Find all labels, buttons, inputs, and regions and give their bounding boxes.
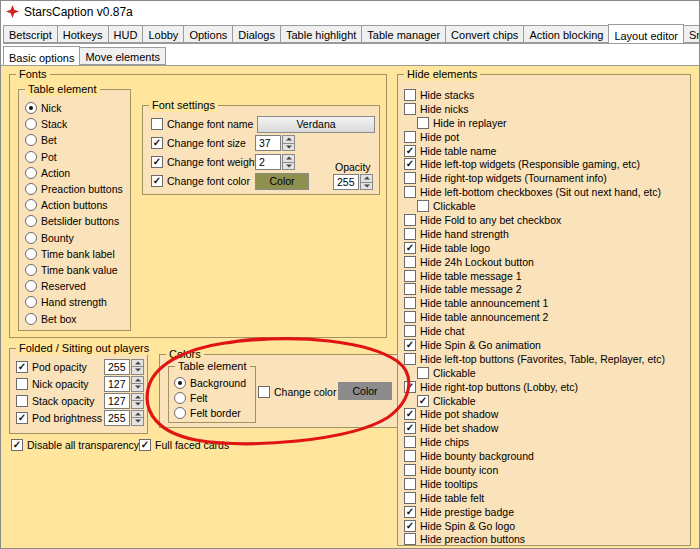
radio-circle[interactable] xyxy=(25,232,37,244)
checkbox-pod-brightness[interactable]: ✓Pod brightness xyxy=(16,412,102,424)
change-font-name-checkbox[interactable]: Change font name xyxy=(151,118,253,130)
checkbox-clickable[interactable]: Clickable xyxy=(417,199,688,213)
radio-circle[interactable] xyxy=(25,167,37,179)
checkbox-box[interactable] xyxy=(404,186,416,198)
checkbox-box[interactable]: ✓ xyxy=(404,520,416,532)
tab-hud[interactable]: HUD xyxy=(108,25,144,43)
radio-circle[interactable] xyxy=(25,280,37,292)
checkbox-hide-bounty-background[interactable]: Hide bounty background xyxy=(404,449,688,463)
spinner-down-button[interactable] xyxy=(360,183,373,191)
checkbox-box[interactable] xyxy=(404,478,416,490)
radio-bounty[interactable]: Bounty xyxy=(25,230,130,246)
checkbox-box[interactable]: ✓ xyxy=(16,361,28,373)
radio-circle[interactable] xyxy=(25,296,37,308)
checkbox-box[interactable] xyxy=(404,492,416,504)
checkbox-hide-tooltips[interactable]: Hide tooltips xyxy=(404,477,688,491)
radio-circle[interactable] xyxy=(25,248,37,260)
checkbox-hide-table-announcement-2[interactable]: Hide table announcement 2 xyxy=(404,310,688,324)
checkbox-box[interactable] xyxy=(404,256,416,268)
font-name-button[interactable]: Verdana xyxy=(257,116,375,133)
checkbox-box[interactable] xyxy=(404,214,416,226)
radio-circle[interactable] xyxy=(25,102,37,114)
checkbox-clickable[interactable]: ✓Clickable xyxy=(417,394,688,408)
tab-betscript[interactable]: Betscript xyxy=(3,25,58,43)
spinner-up-button[interactable] xyxy=(131,393,144,402)
checkbox-box[interactable]: ✓ xyxy=(404,381,416,393)
spinner-down-button[interactable] xyxy=(282,144,295,152)
checkbox-hide-prestige-badge[interactable]: ✓Hide prestige badge xyxy=(404,505,688,519)
radio-time-bank-value[interactable]: Time bank value xyxy=(25,262,130,278)
checkbox-box[interactable] xyxy=(404,283,416,295)
radio-preaction-buttons[interactable]: Preaction buttons xyxy=(25,181,130,197)
radio-action-buttons[interactable]: Action buttons xyxy=(25,197,130,213)
spinner-value[interactable]: 255 xyxy=(104,410,130,426)
radio-circle[interactable] xyxy=(25,134,37,146)
checkbox-hide-stacks[interactable]: Hide stacks xyxy=(404,88,688,102)
checkbox-box[interactable] xyxy=(16,395,28,407)
checkbox-box[interactable] xyxy=(404,270,416,282)
radio-bet-box[interactable]: Bet box xyxy=(25,310,130,326)
checkbox-box[interactable] xyxy=(16,378,28,390)
checkbox-box[interactable] xyxy=(404,89,416,101)
checkbox-box[interactable] xyxy=(404,311,416,323)
radio-pot[interactable]: Pot xyxy=(25,149,130,165)
checkbox-hide-bounty-icon[interactable]: Hide bounty icon xyxy=(404,463,688,477)
checkbox-hide-left-top-widgets-responsible-gaming-etc[interactable]: ✓Hide left-top widgets (Responsible gami… xyxy=(404,157,688,171)
checkbox-box[interactable] xyxy=(151,118,163,130)
checkbox-box[interactable] xyxy=(404,172,416,184)
radio-circle[interactable] xyxy=(25,118,37,130)
checkbox-box[interactable]: ✓ xyxy=(151,175,163,187)
checkbox-box[interactable]: ✓ xyxy=(404,158,416,170)
spinner-up-button[interactable] xyxy=(360,174,373,183)
checkbox-box[interactable] xyxy=(404,450,416,462)
checkbox-hide-left-bottom-checkboxes-sit-out-next-hand-etc[interactable]: Hide left-bottom checkboxes (Sit out nex… xyxy=(404,185,688,199)
radio-betslider-buttons[interactable]: Betslider buttons xyxy=(25,213,130,229)
radio-bet[interactable]: Bet xyxy=(25,132,130,148)
checkbox-box[interactable] xyxy=(404,464,416,476)
checkbox-hide-table-announcement-1[interactable]: Hide table announcement 1 xyxy=(404,296,688,310)
radio-reserved[interactable]: Reserved xyxy=(25,278,130,294)
spinner-down-button[interactable] xyxy=(131,418,144,426)
tab-options[interactable]: Options xyxy=(183,25,233,43)
spinner-down-button[interactable] xyxy=(282,163,295,171)
tab-layout-editor[interactable]: Layout editor xyxy=(608,24,684,44)
radio-action[interactable]: Action xyxy=(25,165,130,181)
spinner-down-button[interactable] xyxy=(131,367,144,375)
spinner-value[interactable]: 37 xyxy=(255,135,281,151)
checkbox-box[interactable] xyxy=(404,436,416,448)
checkbox-hide-spin-go-logo[interactable]: ✓Hide Spin & Go logo xyxy=(404,519,688,533)
spinner-up-button[interactable] xyxy=(131,410,144,419)
spinner-up-button[interactable] xyxy=(282,135,295,144)
checkbox-box[interactable]: ✓ xyxy=(404,145,416,157)
table-color-button[interactable]: Color xyxy=(338,382,392,400)
checkbox-box[interactable] xyxy=(417,367,429,379)
checkbox-hide-pot[interactable]: Hide pot xyxy=(404,130,688,144)
checkbox-box[interactable]: ✓ xyxy=(151,156,163,168)
checkbox-box[interactable]: ✓ xyxy=(11,439,23,451)
checkbox-box[interactable]: ✓ xyxy=(404,506,416,518)
checkbox-box[interactable]: ✓ xyxy=(139,439,151,451)
checkbox-hide-bet-shadow[interactable]: ✓Hide bet shadow xyxy=(404,421,688,435)
checkbox-disable-all-transparency[interactable]: ✓Disable all transparency xyxy=(11,437,139,452)
spinner-value[interactable]: 127 xyxy=(104,393,130,409)
checkbox-hide-table-message-1[interactable]: Hide table message 1 xyxy=(404,269,688,283)
radio-circle[interactable] xyxy=(25,313,37,325)
checkbox-hide-spin-go-animation[interactable]: ✓Hide Spin & Go animation xyxy=(404,338,688,352)
change-font-weight-checkbox[interactable]: ✓ Change font weight xyxy=(151,156,257,168)
spinner-value[interactable]: 255 xyxy=(333,174,359,190)
checkbox-hide-chat[interactable]: Hide chat xyxy=(404,324,688,338)
radio-time-bank-label[interactable]: Time bank label xyxy=(25,246,130,262)
radio-nick[interactable]: Nick xyxy=(25,100,130,116)
checkbox-hide-table-message-2[interactable]: Hide table message 2 xyxy=(404,282,688,296)
checkbox-hide-left-top-buttons-favorites-table-replayer-etc[interactable]: Hide left-top buttons (Favorites, Table,… xyxy=(404,352,688,366)
radio-circle[interactable] xyxy=(174,392,186,404)
radio-felt[interactable]: Felt xyxy=(174,390,255,405)
tab-dialogs[interactable]: Dialogs xyxy=(232,25,281,43)
checkbox-hide-right-top-widgets-tournament-info[interactable]: Hide right-top widgets (Tournament info) xyxy=(404,171,688,185)
checkbox-hide-preaction-buttons[interactable]: Hide preaction buttons xyxy=(404,533,688,547)
checkbox-box[interactable]: ✓ xyxy=(404,339,416,351)
change-color-checkbox[interactable]: Change color xyxy=(258,386,336,398)
tab-hotkeys[interactable]: Hotkeys xyxy=(57,25,109,43)
checkbox-nick-opacity[interactable]: Nick opacity xyxy=(16,378,89,390)
radio-circle[interactable] xyxy=(25,183,37,195)
